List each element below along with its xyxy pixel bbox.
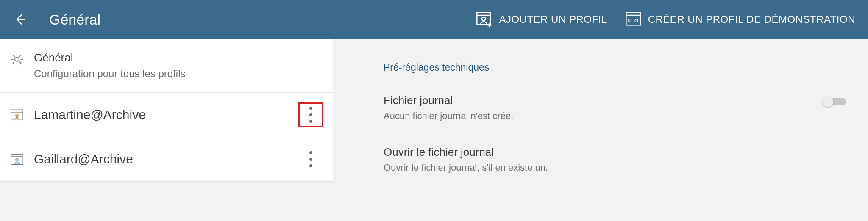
svg-point-19 bbox=[15, 114, 18, 117]
svg-rect-0 bbox=[477, 12, 491, 24]
open-log-file-title: Ouvrir le fichier journal bbox=[384, 145, 851, 160]
svg-point-8 bbox=[15, 57, 19, 61]
page-title: Général bbox=[49, 11, 100, 28]
open-log-file-subtitle: Ouvrir le fichier journal, s'il en exist… bbox=[384, 162, 851, 173]
open-log-file-setting[interactable]: Ouvrir le fichier journal Ouvrir le fich… bbox=[384, 145, 851, 173]
elo-icon: ELO bbox=[624, 11, 642, 28]
profiles-list-pane: Général Configuration pour tous les prof… bbox=[0, 39, 333, 221]
profile-menu-button[interactable] bbox=[298, 102, 323, 127]
technical-presets-header: Pré-réglages techniques bbox=[384, 62, 851, 73]
profile-name: Gaillard@Archive bbox=[34, 151, 289, 167]
profile-name: Lamartine@Archive bbox=[34, 107, 289, 123]
log-file-subtitle: Aucun fichier journal n'est créé. bbox=[384, 110, 822, 122]
add-profile-button[interactable]: AJOUTER UN PROFIL bbox=[467, 11, 615, 28]
svg-point-2 bbox=[482, 17, 485, 20]
profile-item-gaillard[interactable]: Gaillard@Archive bbox=[0, 137, 333, 182]
svg-point-22 bbox=[15, 158, 18, 161]
more-vert-icon bbox=[306, 107, 316, 123]
log-file-toggle[interactable] bbox=[822, 96, 846, 107]
profile-icon bbox=[9, 152, 25, 167]
svg-line-15 bbox=[19, 55, 21, 57]
create-demo-profile-button[interactable]: ELO CRÉER UN PROFIL DE DÉMONSTRATION bbox=[616, 11, 868, 28]
back-button[interactable] bbox=[0, 12, 40, 27]
more-vert-icon bbox=[306, 151, 316, 167]
general-settings-item[interactable]: Général Configuration pour tous les prof… bbox=[0, 39, 333, 93]
profile-item-lamartine[interactable]: Lamartine@Archive bbox=[0, 93, 333, 137]
create-demo-profile-label: CRÉER UN PROFIL DE DÉMONSTRATION bbox=[648, 14, 855, 25]
content-panels: Général Configuration pour tous les prof… bbox=[0, 39, 868, 221]
appbar: Général AJOUTER UN PROFIL ELO CRÉER UN P… bbox=[0, 0, 868, 39]
general-item-title: Général bbox=[34, 51, 323, 65]
svg-line-13 bbox=[13, 55, 14, 57]
log-file-title: Fichier journal bbox=[384, 94, 822, 108]
svg-text:ELO: ELO bbox=[628, 18, 638, 23]
profile-icon bbox=[9, 108, 25, 123]
gear-icon bbox=[9, 52, 25, 67]
profile-menu-button[interactable] bbox=[298, 146, 323, 172]
general-item-subtitle: Configuration pour tous les profils bbox=[34, 66, 323, 81]
log-file-setting[interactable]: Fichier journal Aucun fichier journal n'… bbox=[384, 94, 851, 122]
add-profile-label: AJOUTER UN PROFIL bbox=[499, 14, 607, 25]
svg-line-16 bbox=[13, 62, 14, 64]
add-profile-icon bbox=[475, 11, 493, 28]
back-arrow-icon bbox=[13, 12, 27, 27]
svg-line-14 bbox=[19, 62, 21, 64]
settings-pane: Pré-réglages techniques Fichier journal … bbox=[333, 39, 868, 221]
